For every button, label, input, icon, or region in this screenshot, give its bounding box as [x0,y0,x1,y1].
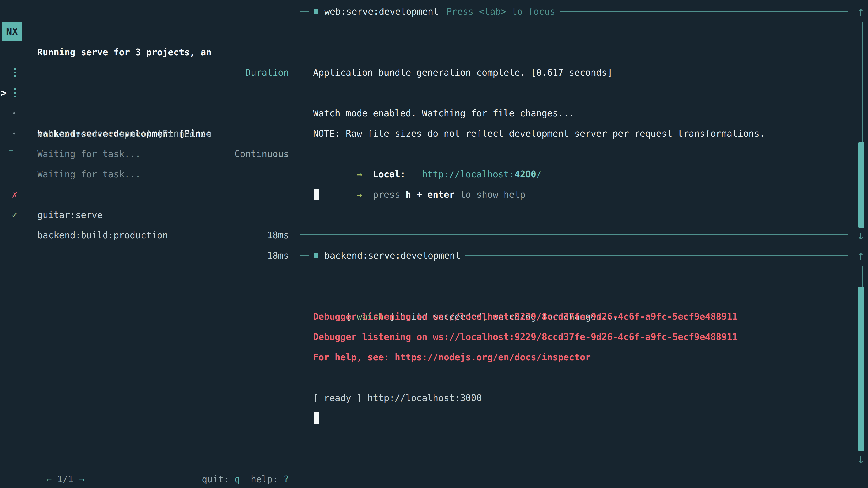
pager-next-icon[interactable]: → [79,474,84,484]
pane-title: backend:serve:development [324,250,460,261]
running-dot-icon [313,253,318,258]
task-name: Waiting for task... [37,144,141,164]
log-line-debugger-1: Debugger listening on ws://localhost:922… [313,306,738,327]
pager-prev-icon[interactable]: ← [46,474,52,484]
terminal-pane-web-serve: web:serve:development Press <tab> to foc… [300,11,848,234]
task-duration: Continuous [235,144,289,164]
gap [362,189,373,200]
scroll-down-icon[interactable]: ↓ [856,225,866,246]
quit-key: q [235,474,240,484]
scrollbar-track[interactable] [860,266,863,287]
task-row-backend-serve-development[interactable]: > backend:serve:development [Pinne ... [0,62,300,83]
scroll-up-icon[interactable]: ↑ [856,1,866,22]
success-check-icon: ✓ [12,205,18,225]
task-row-waiting-2[interactable]: Waiting for task... [0,123,300,144]
log-line-watch-succeeded: [ watch ] build succeeded, watching for … [313,286,618,306]
waiting-dot-icon [13,112,15,114]
task-duration: 18ms [267,225,289,246]
task-row-waiting-1[interactable]: Waiting for task... [0,103,300,123]
log-line-local-url: → Local: http://localhost:4200/ [313,144,542,164]
log-line-ready: [ ready ] http://localhost:3000 [313,388,482,408]
running-dot-icon [313,9,318,14]
help-key: ? [283,474,289,484]
help-suffix: to show help [455,189,525,200]
pane-title: web:serve:development [324,6,439,17]
key-combo: h + enter [405,189,455,200]
scrollbar-thumb[interactable] [858,287,864,451]
pane-header-backend-serve[interactable]: backend:serve:development [309,246,465,266]
log-line-debugger-2: Debugger listening on ws://localhost:922… [313,327,738,347]
scrollbar-track[interactable] [860,22,863,142]
terminal-cursor [314,412,319,424]
nx-terminal-ui: NX Running serve for 3 projects, an Dura… [0,0,868,488]
task-row-web-serve-development[interactable]: web:serve:development [Pinned ou Continu… [0,83,300,103]
log-line-watch-mode: Watch mode enabled. Watching for file ch… [313,103,575,123]
scrollbar-thumb[interactable] [858,142,864,228]
focus-hint: Press <tab> to focus [446,6,555,17]
task-duration: 18ms [267,246,289,266]
arrow-icon: → [357,189,362,200]
keyboard-hints: quit: q help: ? [0,449,289,469]
log-line-bundle-complete: Application bundle generation complete. … [313,62,613,83]
task-row-backend-build-production[interactable]: ✓ backend:build:production 18ms [0,184,300,205]
log-line-inspector-link[interactable]: For help, see: https://nodejs.org/en/doc… [313,347,591,367]
spinner-icon [14,68,16,77]
task-list-title: Running serve for 3 projects, an [37,42,212,62]
press-label: press [373,189,406,200]
log-line-note: NOTE: Raw file sizes do not reflect deve… [313,123,765,144]
terminal-pane-backend-serve: backend:serve:development [ watch ] buil… [300,255,848,458]
help-hint-label: help: [240,474,283,484]
task-name: guitar:serve [37,205,103,225]
scroll-up-icon[interactable]: ↑ [856,246,866,266]
localhost-4200-slash[interactable]: / [536,169,541,180]
scroll-down-icon[interactable]: ↓ [856,449,866,469]
log-line-help-hint: → press h + enter to show help [313,164,525,184]
task-row-guitar-serve[interactable]: ✗ guitar:serve 18ms [0,164,300,184]
terminal-cursor [314,189,319,200]
pane-header-web-serve[interactable]: web:serve:development Press <tab> to foc… [309,1,560,22]
waiting-dot-icon [13,133,15,135]
pager-indicator: 1/1 [52,474,79,484]
sidebar-header-row: Running serve for 3 projects, an Duratio… [0,22,300,42]
quit-hint-label: quit: [202,474,235,484]
indent [346,189,357,200]
task-name: backend:build:production [37,225,168,246]
spinner-icon [14,88,16,97]
